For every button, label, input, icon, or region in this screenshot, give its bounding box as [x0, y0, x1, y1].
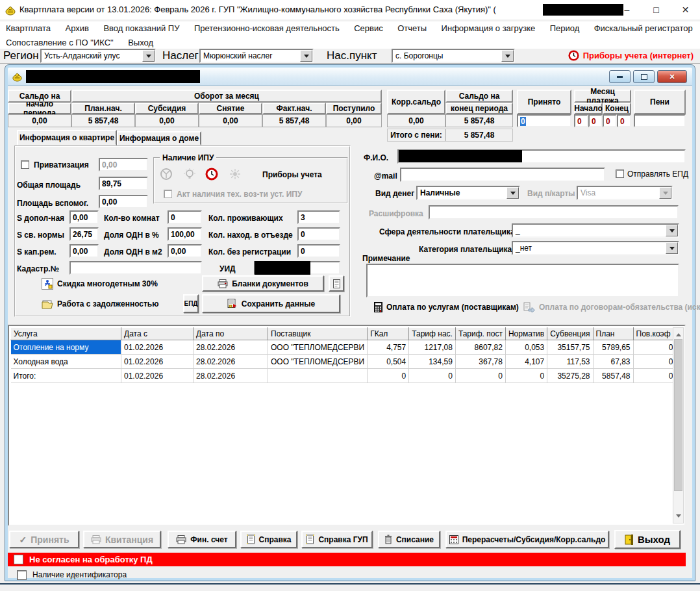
month-end-2-input[interactable]: 0 — [617, 114, 631, 127]
consent-checkbox[interactable] — [14, 555, 23, 564]
col-header[interactable]: Дата по — [194, 328, 268, 340]
minimize-button[interactable]: – — [612, 0, 642, 19]
cell-subvention[interactable]: 117,53 — [547, 355, 593, 369]
blanks-button[interactable]: Бланки документов — [202, 275, 324, 292]
rooms-input[interactable]: 0 — [168, 210, 202, 224]
scrollbar-thumb[interactable] — [674, 339, 682, 491]
menu-meter-readings[interactable]: Ввод показаний ПУ — [97, 21, 185, 36]
s-add-input[interactable]: 0,00 — [69, 210, 99, 224]
privatization-checkbox[interactable] — [21, 160, 29, 169]
discount-button[interactable]: Скидка многодетным 30% — [42, 278, 158, 290]
unreg-input[interactable]: 0 — [297, 244, 340, 258]
accepted-input[interactable]: 0 — [517, 114, 571, 127]
cell-gkal[interactable]: 4,757 — [368, 340, 409, 355]
account-window-titlebar[interactable]: ✕ — [8, 68, 692, 86]
mail-input[interactable] — [400, 168, 605, 182]
writeoff-button[interactable]: Списание — [378, 531, 440, 548]
cell-gkal[interactable]: 0,504 — [368, 355, 409, 369]
scroll-up-button[interactable] — [673, 328, 683, 338]
cell-tariff-nas[interactable]: 1217,08 — [409, 340, 456, 355]
category-select[interactable]: _нет — [512, 241, 679, 255]
pay-services-button[interactable]: Оплата по услугам (поставщикам) — [374, 302, 519, 312]
document-mini-button[interactable] — [329, 275, 344, 292]
menu-iks-mapping[interactable]: Сопоставление с ПО "ИКС" — [0, 36, 119, 50]
settlement-select[interactable]: с. Борогонцы — [392, 49, 515, 63]
cell-plan[interactable]: 5789,65 — [593, 340, 633, 355]
send-epd-checkbox[interactable] — [616, 170, 624, 178]
table-row[interactable]: Отопление на норму 01.02.2026 28.02.2026… — [11, 340, 677, 355]
cell-koef[interactable]: 0 — [633, 355, 676, 369]
col-header[interactable]: Поставщик — [268, 328, 368, 340]
cell-service[interactable]: Отопление на норму — [11, 340, 121, 355]
mdi-restore-button[interactable] — [633, 70, 655, 83]
table-row[interactable]: Холодная вода 01.02.2026 28.02.2026 ООО … — [11, 355, 677, 369]
cell-provider[interactable]: ООО "ТЕПЛОМЕДСЕРВИ — [268, 340, 368, 355]
cell-tariff-nas[interactable]: 134,59 — [409, 355, 456, 369]
menu-exit[interactable]: Выход — [122, 36, 159, 50]
cadastre-input[interactable] — [69, 261, 202, 275]
menu-fiscal-registrar[interactable]: Фискальный регистратор — [588, 21, 699, 36]
region-select[interactable]: Усть-Алданский улус — [40, 49, 156, 63]
menu-period[interactable]: Период — [544, 21, 586, 36]
certificate-gup-button[interactable]: Справка ГУП — [301, 531, 373, 548]
recalc-button[interactable]: Перерасчеты/Субсидия/Корр.сальдо — [445, 531, 609, 548]
menu-kvartplata[interactable]: Квартплата — [0, 21, 56, 36]
away-input[interactable]: 0 — [297, 227, 340, 241]
meters-internet-link[interactable]: Приборы учета (интернет) — [568, 50, 694, 61]
col-header[interactable]: ГКал — [368, 328, 409, 340]
chevron-down-icon[interactable] — [506, 187, 519, 199]
mdi-close-button[interactable]: ✕ — [657, 70, 687, 83]
s-cap-input[interactable]: 0,00 — [69, 244, 99, 258]
certificate-button[interactable]: Справка — [240, 531, 297, 548]
chevron-down-icon[interactable] — [501, 50, 514, 62]
cell-plan[interactable]: 67,83 — [593, 355, 633, 369]
menu-service[interactable]: Сервис — [348, 21, 389, 36]
aux-area-input[interactable]: 0,00 — [99, 195, 148, 208]
month-start-2-input[interactable]: 0 — [588, 114, 603, 127]
tab-house[interactable]: Информация о доме — [117, 131, 201, 145]
identifier-checkbox[interactable] — [17, 570, 27, 580]
s-norm-input[interactable]: 26,75 — [69, 227, 99, 241]
cell-tariff-post[interactable]: 367,78 — [455, 355, 505, 369]
chevron-down-icon[interactable] — [666, 242, 678, 254]
exit-button[interactable]: Выход — [614, 530, 681, 549]
col-header[interactable]: План — [593, 328, 633, 340]
chevron-down-icon[interactable] — [666, 225, 678, 236]
peni-input[interactable] — [634, 114, 686, 127]
epd-button[interactable]: ЕПД — [183, 294, 199, 313]
mdi-minimize-button[interactable] — [609, 70, 631, 83]
residents-input[interactable]: 3 — [297, 210, 340, 224]
fin-account-button[interactable]: Фин. счет — [168, 531, 236, 548]
note-textarea[interactable] — [366, 264, 679, 297]
debt-button[interactable]: Работа с задолженностью — [42, 299, 158, 309]
menu-archive[interactable]: Архив — [60, 21, 95, 36]
maximize-button[interactable]: □ — [642, 0, 671, 19]
odn-m2-input[interactable]: 0,00 — [168, 244, 202, 258]
col-header[interactable]: Тариф. пост — [455, 328, 505, 340]
cell-norm[interactable]: 0,053 — [505, 340, 547, 355]
cell-provider[interactable]: ООО "ТЕПЛОМЕДСЕРВИ — [268, 355, 368, 369]
menu-claims[interactable]: Претензионно-исковая деятельность — [188, 21, 345, 36]
cell-date-to[interactable]: 28.02.2026 — [194, 340, 268, 355]
col-header[interactable]: Тариф нас. — [409, 328, 456, 340]
cell-subvention[interactable]: 35157,75 — [547, 340, 593, 355]
cell-koef[interactable]: 0 — [633, 340, 676, 355]
menu-reports[interactable]: Отчеты — [392, 21, 432, 36]
sphere-select[interactable]: _ — [512, 223, 679, 238]
money-type-select[interactable]: Наличные — [416, 186, 520, 200]
month-end-1-input[interactable]: 0 — [603, 114, 617, 127]
col-header[interactable]: Дата с — [121, 328, 194, 340]
menu-load-info[interactable]: Информация о загрузке — [436, 21, 542, 36]
odn-pct-input[interactable]: 100,00 — [168, 227, 202, 241]
scroll-down-button[interactable] — [673, 512, 683, 523]
cell-date-from[interactable]: 01.02.2026 — [121, 355, 194, 369]
month-start-1-input[interactable]: 0 — [574, 114, 588, 127]
col-header[interactable]: Норматив — [505, 328, 547, 340]
col-header[interactable]: Услуга — [11, 328, 121, 340]
chevron-down-icon[interactable] — [142, 50, 155, 62]
cell-date-to[interactable]: 28.02.2026 — [194, 355, 268, 369]
naslag-select[interactable]: Мюрюнский наслег — [199, 49, 314, 63]
chevron-down-icon[interactable] — [300, 50, 312, 62]
cell-service[interactable]: Холодная вода — [11, 355, 121, 369]
table-scrollbar[interactable] — [673, 327, 684, 523]
